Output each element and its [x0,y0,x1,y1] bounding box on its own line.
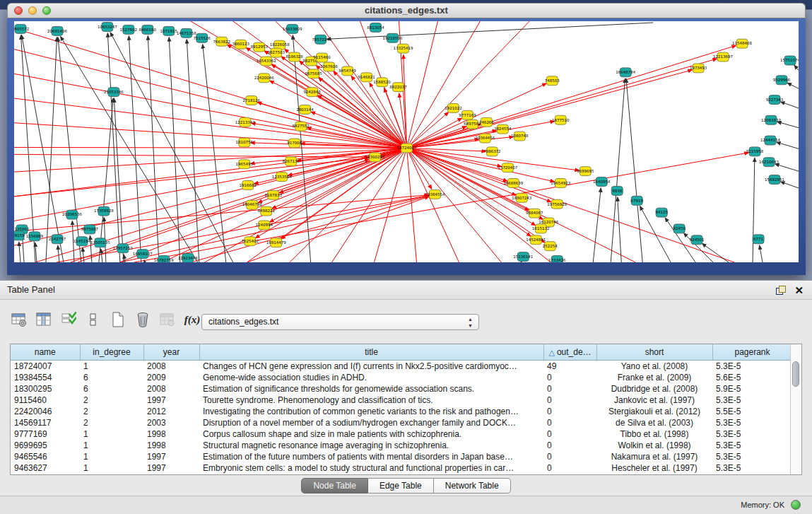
network-node[interactable]: 1916682 [239,181,256,190]
network-edge[interactable] [375,148,407,262]
network-edge[interactable] [781,182,799,188]
network-node[interactable]: 252254 [543,242,558,251]
network-edge[interactable] [787,83,799,88]
network-node[interactable]: 8215958 [746,147,764,156]
network-node[interactable]: 13325419 [394,44,413,53]
network-node[interactable]: 21053346 [104,88,124,97]
select-rows-icon[interactable] [59,310,78,329]
network-edge[interactable] [203,45,226,262]
network-node[interactable]: 6771 [753,235,764,244]
network-node[interactable]: 11548408 [732,39,752,48]
network-node[interactable]: 15751074 [780,56,799,65]
network-node[interactable]: 92450 [673,224,686,233]
table-row[interactable]: 1938455462009Genome-wide association stu… [11,372,792,383]
network-edge[interactable] [777,122,799,127]
network-edge[interactable] [281,148,407,239]
network-node[interactable]: 14524861 [526,235,546,245]
network-node[interactable]: 8498222 [257,206,274,216]
column-header-name[interactable]: name [11,344,80,361]
network-node[interactable]: 16914479 [266,238,286,247]
network-svg[interactable]: 1872400718300295193845547663822386012389… [14,21,799,262]
table-row[interactable]: 969969511998Structural magnetic resonanc… [11,440,792,451]
network-node[interactable]: 12213697 [713,52,733,62]
row-height-icon[interactable] [84,310,102,329]
table-row[interactable]: 1872400712008Changes of HCN gene express… [11,361,792,373]
network-node[interactable]: 8186328 [286,52,303,62]
network-edge[interactable] [794,65,799,70]
table-row[interactable]: 2242004622012Investigating the contribut… [11,406,792,417]
network-node[interactable]: 1810755 [235,138,252,147]
table-row[interactable]: 911546021997Tourette syndrome. Phenomeno… [11,395,792,406]
network-node[interactable]: 1877510 [552,115,570,124]
network-edge[interactable] [626,78,642,262]
network-edge[interactable] [129,36,141,262]
network-node[interactable]: 3824554 [494,124,512,134]
table-select-dropdown[interactable]: citations_edges.txt ▲▼ [201,314,479,330]
network-edge[interactable] [290,148,407,262]
window-titlebar[interactable]: citations_edges.txt [7,3,806,18]
network-node[interactable]: 19756928 [547,199,567,209]
network-node[interactable]: 7857224 [312,35,329,44]
network-edge[interactable] [99,98,113,262]
network-node[interactable]: 10653247 [98,22,117,31]
network-edge[interactable] [317,95,406,148]
network-node[interactable]: 8454749 [339,66,356,76]
network-edge[interactable] [14,148,406,196]
network-node[interactable]: 67919 [630,196,643,205]
network-edge[interactable] [58,245,59,262]
network-node[interactable]: 1640954 [593,177,611,187]
scrollbar-thumb[interactable] [792,361,799,387]
network-node[interactable]: 1588520 [373,78,391,87]
table-vertical-scrollbar[interactable] [790,344,801,474]
network-node[interactable]: 8466160 [139,25,157,34]
network-node[interactable]: 8912953 [250,42,268,52]
network-node[interactable]: 917004 [287,139,302,148]
network-node[interactable]: 1071915 [160,26,177,35]
network-node[interactable]: 746266 [479,117,494,127]
network-node[interactable]: 1080748 [511,132,529,141]
close-panel-icon[interactable]: ✕ [794,285,804,296]
network-node[interactable]: 16648784 [616,68,635,77]
network-edge[interactable] [101,249,102,262]
float-panel-icon[interactable] [776,286,786,295]
network-node[interactable]: 12093832 [761,115,781,124]
network-edge[interactable] [14,98,406,148]
network-node[interactable]: 2718126 [242,96,260,105]
network-node[interactable]: 8267130 [282,157,300,166]
table-row[interactable]: 946362711997Embryonic stem cells: a mode… [11,462,792,474]
network-node[interactable]: 1156869 [26,232,44,241]
network-edge[interactable] [777,142,799,148]
network-node[interactable]: 9699695 [577,167,594,176]
network-node[interactable]: 15720407 [498,163,517,173]
network-node[interactable]: 16210643 [759,158,779,167]
network-edge[interactable] [593,188,601,262]
network-edge[interactable] [406,148,459,262]
table-settings-icon[interactable] [10,310,28,329]
column-header-title[interactable]: title [199,344,543,361]
network-node[interactable]: 924501 [690,235,705,245]
column-header-year[interactable]: year [143,344,199,361]
network-edge[interactable] [611,78,625,262]
column-header-short[interactable]: short [596,344,712,361]
network-node[interactable]: 8813054 [367,23,384,32]
network-node[interactable]: 10688639 [503,179,523,188]
network-edge[interactable] [406,21,437,148]
network-edge[interactable] [58,37,81,262]
minimize-window-button[interactable] [28,6,37,15]
network-edge[interactable] [406,148,554,182]
network-node[interactable]: 1973493 [690,64,707,73]
network-edge[interactable] [406,148,551,262]
network-node[interactable]: 1527802 [120,25,137,34]
network-node[interactable]: 7986372 [483,147,500,156]
network-node[interactable]: 16033809 [283,24,302,33]
network-node[interactable]: 9938 [611,186,623,195]
network-edge[interactable] [14,123,406,148]
network-canvas[interactable]: 1872400718300295193845547663822386012389… [14,21,799,262]
network-node[interactable]: 12353584 [272,173,292,182]
network-node[interactable]: 16782759 [154,256,174,262]
network-edge[interactable] [775,164,799,171]
network-node[interactable]: 1921022 [445,103,461,112]
delete-table-icon[interactable] [134,310,152,329]
network-edge[interactable] [46,37,57,262]
network-node[interactable]: 15136141 [513,252,533,262]
